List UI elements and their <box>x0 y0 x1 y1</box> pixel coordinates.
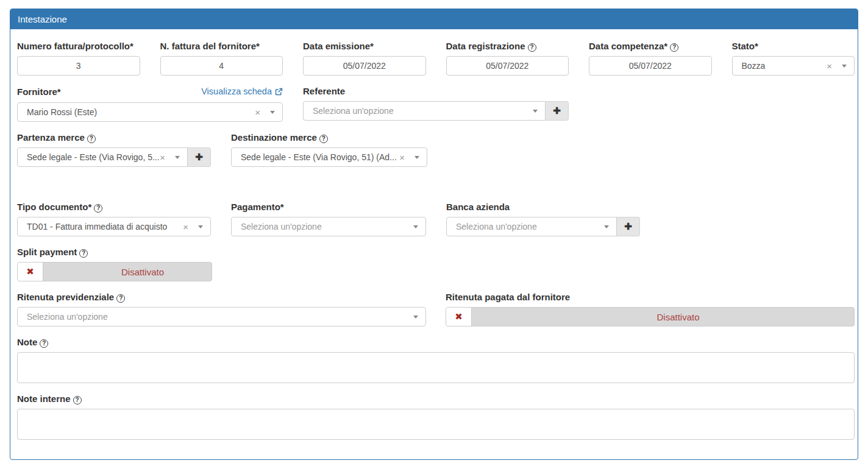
field-referente: Referente Seleziona un'opzione ✚ <box>303 86 569 122</box>
chevron-down-icon <box>413 225 418 228</box>
clear-icon[interactable]: × <box>827 62 832 71</box>
field-banca-azienda: Banca azienda Seleziona un'opzione ✚ <box>446 202 640 236</box>
external-link-icon <box>275 88 283 96</box>
field-pagamento: Pagamento* Seleziona un'opzione <box>231 202 426 236</box>
field-n-fattura-fornitore: N. fattura del fornitore* <box>160 41 283 76</box>
data-registrazione-input[interactable] <box>446 56 569 76</box>
field-tipo-documento: Tipo documento*? TD01 - Fattura immediat… <box>17 202 211 236</box>
clear-icon[interactable]: × <box>399 153 405 162</box>
toggle-off-handle: ✖ <box>18 263 43 281</box>
tipo-documento-select[interactable]: TD01 - Fattura immediata di acquisto × <box>17 217 211 236</box>
chevron-down-icon <box>413 316 418 319</box>
clear-icon[interactable]: × <box>255 108 260 117</box>
tipo-documento-label: Tipo documento*? <box>17 202 211 212</box>
stato-label: Stato* <box>732 41 855 51</box>
referente-select[interactable]: Seleziona un'opzione <box>303 101 546 121</box>
n-fattura-fornitore-input[interactable] <box>160 56 283 76</box>
field-ritenuta-previdenziale: Ritenuta previdenziale? Seleziona un'opz… <box>17 292 426 327</box>
help-icon[interactable]: ? <box>528 43 536 52</box>
row-split-payment: Split payment? ✖ Disattivato <box>17 247 855 281</box>
fornitore-select[interactable]: Mario Rossi (Este) × <box>17 102 283 122</box>
ritenuta-previdenziale-select[interactable]: Seleziona un'opzione <box>17 307 426 327</box>
field-stato: Stato* Bozza × <box>732 41 855 76</box>
split-payment-state: Disattivato <box>43 263 212 281</box>
n-fattura-fornitore-label: N. fattura del fornitore* <box>160 41 283 51</box>
pagamento-label: Pagamento* <box>231 202 426 212</box>
row-documento: Tipo documento*? TD01 - Fattura immediat… <box>17 202 855 236</box>
help-icon[interactable]: ? <box>40 339 48 348</box>
banca-azienda-label: Banca azienda <box>446 202 640 212</box>
help-icon[interactable]: ? <box>116 294 125 303</box>
chevron-down-icon <box>270 111 275 114</box>
ritenuta-pagata-toggle[interactable]: ✖ Disattivato <box>446 307 855 327</box>
split-payment-toggle[interactable]: ✖ Disattivato <box>17 262 212 281</box>
partenza-merce-select[interactable]: Sede legale - Este (Via Rovigo, 5... × <box>17 147 188 167</box>
help-icon[interactable]: ? <box>73 396 82 404</box>
chevron-down-icon <box>175 156 180 159</box>
help-icon[interactable]: ? <box>670 43 678 52</box>
field-data-competenza: Data competenza*? <box>589 41 712 76</box>
chevron-down-icon <box>842 65 847 68</box>
destinazione-merce-select[interactable]: Sede legale - Este (Via Rovigo, 51) (Ad.… <box>231 147 427 167</box>
plus-icon: ✚ <box>624 221 632 232</box>
data-registrazione-label: Data registrazione? <box>446 41 569 51</box>
x-icon: ✖ <box>455 311 463 322</box>
chevron-down-icon <box>198 225 203 228</box>
row-note: Note? <box>17 337 855 383</box>
stato-select[interactable]: Bozza × <box>732 56 855 76</box>
add-referente-button[interactable]: ✚ <box>546 101 569 121</box>
panel-title: Intestazione <box>10 9 858 29</box>
field-numero-fattura: Numero fattura/protocollo* <box>17 41 140 76</box>
help-icon[interactable]: ? <box>79 249 88 258</box>
x-icon: ✖ <box>26 266 34 277</box>
ritenuta-pagata-state: Disattivato <box>472 308 854 326</box>
field-data-registrazione: Data registrazione? <box>446 41 569 76</box>
chevron-down-icon <box>533 110 538 113</box>
plus-icon: ✚ <box>195 152 203 163</box>
clear-icon[interactable]: × <box>160 153 165 162</box>
fornitore-label: Fornitore* <box>17 87 61 97</box>
field-destinazione-merce: Destinazione merce? Sede legale - Este (… <box>231 133 427 167</box>
data-emissione-label: Data emissione* <box>303 41 426 51</box>
help-icon[interactable]: ? <box>87 135 96 143</box>
clear-icon[interactable]: × <box>183 222 188 231</box>
panel-body: Numero fattura/protocollo* N. fattura de… <box>10 29 858 440</box>
data-competenza-label: Data competenza*? <box>589 41 712 51</box>
add-partenza-merce-button[interactable]: ✚ <box>188 147 211 167</box>
help-icon[interactable]: ? <box>319 135 328 143</box>
field-partenza-merce: Partenza merce? Sede legale - Este (Via … <box>17 133 211 167</box>
intestazione-panel: Intestazione Numero fattura/protocollo* … <box>10 9 858 460</box>
toggle-off-handle: ✖ <box>446 308 472 326</box>
banca-azienda-select[interactable]: Seleziona un'opzione <box>446 217 617 236</box>
note-textarea[interactable] <box>17 352 855 383</box>
add-banca-azienda-button[interactable]: ✚ <box>617 217 640 236</box>
row-fornitore: Fornitore* Visualizza scheda Mario Rossi… <box>17 86 855 122</box>
field-data-emissione: Data emissione* <box>303 41 426 76</box>
row-header-fields: Numero fattura/protocollo* N. fattura de… <box>17 41 855 76</box>
help-icon[interactable]: ? <box>94 204 102 213</box>
visualizza-scheda-link[interactable]: Visualizza scheda <box>201 86 283 97</box>
pagamento-select[interactable]: Seleziona un'opzione <box>231 217 426 236</box>
row-merce: Partenza merce? Sede legale - Este (Via … <box>17 133 855 167</box>
note-interne-textarea[interactable] <box>17 409 855 440</box>
field-ritenuta-pagata: Ritenuta pagata dal fornitore ✖ Disattiv… <box>446 292 855 327</box>
note-label: Note? <box>17 337 855 347</box>
split-payment-label: Split payment? <box>17 247 855 257</box>
numero-fattura-label: Numero fattura/protocollo* <box>17 41 140 51</box>
chevron-down-icon <box>604 225 609 228</box>
referente-label: Referente <box>303 86 569 96</box>
chevron-down-icon <box>414 156 419 159</box>
partenza-merce-label: Partenza merce? <box>17 133 211 143</box>
plus-icon: ✚ <box>553 105 561 116</box>
field-fornitore: Fornitore* Visualizza scheda Mario Rossi… <box>17 86 283 122</box>
note-interne-label: Note interne? <box>17 394 855 404</box>
ritenuta-pagata-label: Ritenuta pagata dal fornitore <box>446 292 855 302</box>
destinazione-merce-label: Destinazione merce? <box>231 133 427 143</box>
ritenuta-previdenziale-label: Ritenuta previdenziale? <box>17 292 426 302</box>
row-note-interne: Note interne? <box>17 394 855 440</box>
data-competenza-input[interactable] <box>589 56 712 76</box>
row-ritenuta: Ritenuta previdenziale? Seleziona un'opz… <box>17 292 855 327</box>
data-emissione-input[interactable] <box>303 56 426 76</box>
numero-fattura-input[interactable] <box>17 56 140 76</box>
